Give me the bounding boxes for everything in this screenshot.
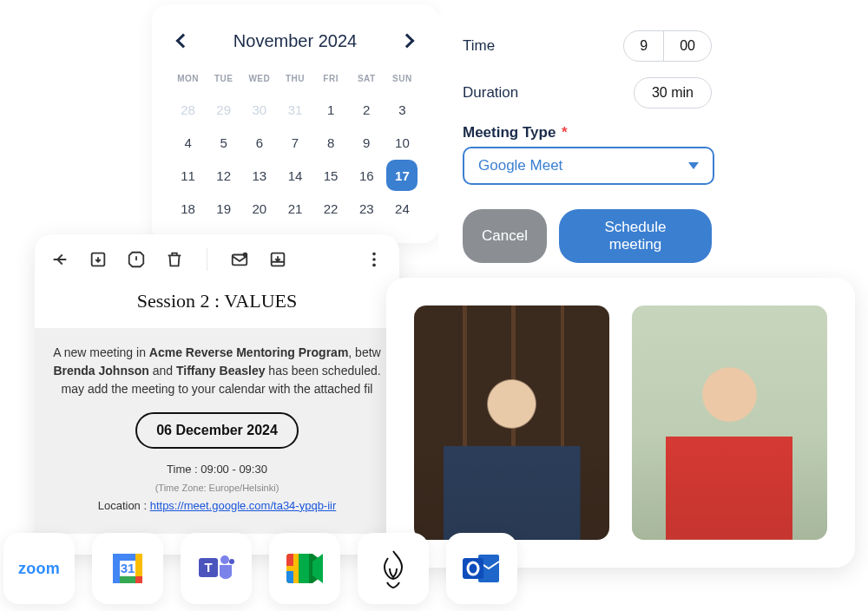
- app-icon-generic[interactable]: [358, 533, 429, 604]
- schedule-meeting-button[interactable]: Schedule meeting: [559, 209, 712, 263]
- calendar-day-cell[interactable]: 29: [207, 94, 240, 125]
- calendar-day-cell[interactable]: 28: [171, 94, 205, 125]
- more-icon[interactable]: [365, 250, 384, 269]
- svg-point-6: [372, 264, 376, 267]
- calendar-day-of-week: SUN: [385, 69, 419, 92]
- email-text: A new meeting in Acme Reverse Mentoring …: [50, 344, 384, 398]
- calendar-day-cell[interactable]: 17: [386, 160, 418, 191]
- chevron-left-icon: [176, 34, 191, 49]
- email-toolbar: [35, 234, 399, 283]
- calendar-day-of-week: WED: [242, 69, 276, 92]
- email-timezone: (Time Zone: Europe/Helsinki): [155, 483, 279, 493]
- calendar-day-cell[interactable]: 22: [314, 193, 348, 224]
- outlook-app-icon[interactable]: [446, 533, 517, 604]
- calendar-day-cell[interactable]: 31: [278, 94, 312, 125]
- email-date-pill: 06 December 2024: [135, 412, 299, 449]
- svg-text:T: T: [204, 560, 212, 575]
- calendar-grid: MONTUEWEDTHUFRISATSUN2829303112345678910…: [171, 69, 419, 224]
- schedule-form-card: Time 9 00 Duration 30 min Meeting Type *…: [438, 4, 720, 287]
- calendar-day-cell[interactable]: 19: [207, 193, 240, 224]
- calendar-day-of-week: THU: [278, 69, 312, 92]
- calendar-day-cell[interactable]: 12: [207, 160, 240, 191]
- archive-icon[interactable]: [89, 250, 108, 269]
- spam-icon[interactable]: [127, 250, 146, 269]
- microsoft-teams-app-icon[interactable]: T: [181, 533, 252, 604]
- teams-icon: T: [195, 548, 237, 589]
- calendar-day-cell[interactable]: 21: [278, 193, 312, 224]
- svg-point-2: [243, 253, 248, 258]
- calendar-header: November 2024: [171, 29, 419, 53]
- calendar-day-cell[interactable]: 5: [207, 127, 240, 158]
- calendar-day-of-week: TUE: [207, 69, 240, 92]
- participant-tile: [632, 306, 827, 540]
- svg-point-17: [229, 559, 234, 564]
- minute-input[interactable]: 00: [663, 31, 711, 61]
- calendar-day-cell[interactable]: 9: [350, 127, 384, 158]
- email-time-line: Time : 09:00 - 09:30: [167, 463, 267, 476]
- google-meet-icon: [283, 550, 326, 587]
- calendar-month-label: November 2024: [233, 31, 357, 51]
- calendar-day-cell[interactable]: 11: [171, 160, 205, 191]
- next-month-button[interactable]: [395, 29, 419, 53]
- calendar-day-cell[interactable]: 20: [242, 193, 276, 224]
- chevron-right-icon: [400, 34, 415, 49]
- video-call-card: [386, 278, 855, 568]
- hour-input[interactable]: 9: [624, 31, 663, 61]
- duration-input[interactable]: 30 min: [634, 77, 712, 108]
- calendar-day-cell[interactable]: 2: [350, 94, 384, 125]
- participant-tile: [414, 306, 609, 540]
- svg-point-4: [372, 253, 376, 256]
- calendar-day-cell[interactable]: 8: [314, 127, 348, 158]
- calendar-day-cell[interactable]: 18: [171, 193, 205, 224]
- calendar-day-of-week: FRI: [314, 69, 348, 92]
- time-label: Time: [463, 37, 495, 55]
- svg-rect-10: [113, 554, 120, 583]
- flame-icon: [375, 548, 411, 589]
- calendar-day-cell[interactable]: 7: [278, 127, 312, 158]
- back-icon[interactable]: [50, 250, 69, 269]
- meeting-link[interactable]: https://meet.google.com/ta34-ypqb-iir: [150, 499, 337, 512]
- integration-apps-row: zoom 31 T: [0, 526, 524, 611]
- calendar-day-of-week: SAT: [350, 69, 384, 92]
- calendar-day-cell[interactable]: 4: [171, 127, 205, 158]
- google-meet-app-icon[interactable]: [269, 533, 340, 604]
- zoom-app-icon[interactable]: zoom: [3, 533, 75, 604]
- svg-point-5: [372, 258, 376, 261]
- google-calendar-icon: 31: [108, 549, 148, 588]
- svg-rect-12: [135, 576, 142, 583]
- time-input-group[interactable]: 9 00: [623, 30, 712, 62]
- toolbar-separator: [207, 248, 207, 271]
- email-body: A new meeting in Acme Reverse Mentoring …: [35, 328, 399, 534]
- email-title: Session 2 : VALUES: [35, 290, 399, 312]
- email-card: Session 2 : VALUES A new meeting in Acme…: [35, 234, 399, 555]
- calendar-card: November 2024 MONTUEWEDTHUFRISATSUN28293…: [152, 4, 438, 243]
- calendar-day-cell[interactable]: 24: [385, 193, 419, 224]
- svg-point-16: [220, 555, 229, 564]
- move-to-inbox-icon[interactable]: [268, 250, 287, 269]
- svg-text:31: 31: [121, 561, 135, 575]
- calendar-day-cell[interactable]: 16: [350, 160, 384, 191]
- mark-unread-icon[interactable]: [230, 250, 249, 269]
- calendar-day-cell[interactable]: 10: [385, 127, 419, 158]
- google-calendar-app-icon[interactable]: 31: [92, 533, 163, 604]
- meeting-type-value: Google Meet: [478, 157, 562, 174]
- email-meta: Time : 09:00 - 09:30 (Time Zone: Europe/…: [50, 461, 384, 515]
- calendar-day-cell[interactable]: 23: [350, 193, 384, 224]
- duration-label: Duration: [463, 84, 518, 102]
- calendar-day-cell[interactable]: 14: [278, 160, 312, 191]
- calendar-day-cell[interactable]: 15: [314, 160, 348, 191]
- dropdown-icon: [688, 162, 699, 169]
- calendar-day-of-week: MON: [171, 69, 205, 92]
- delete-icon[interactable]: [165, 250, 184, 269]
- prev-month-button[interactable]: [171, 29, 195, 53]
- calendar-day-cell[interactable]: 30: [242, 94, 276, 125]
- calendar-day-cell[interactable]: 1: [314, 94, 348, 125]
- zoom-logo: zoom: [18, 560, 60, 578]
- calendar-day-cell[interactable]: 3: [385, 94, 419, 125]
- calendar-day-cell[interactable]: 13: [242, 160, 276, 191]
- calendar-day-cell[interactable]: 6: [242, 127, 276, 158]
- meeting-type-select[interactable]: Google Meet: [463, 147, 714, 185]
- cancel-button[interactable]: Cancel: [463, 209, 547, 263]
- meeting-type-label: Meeting Type *: [463, 124, 568, 141]
- required-indicator: *: [562, 124, 568, 141]
